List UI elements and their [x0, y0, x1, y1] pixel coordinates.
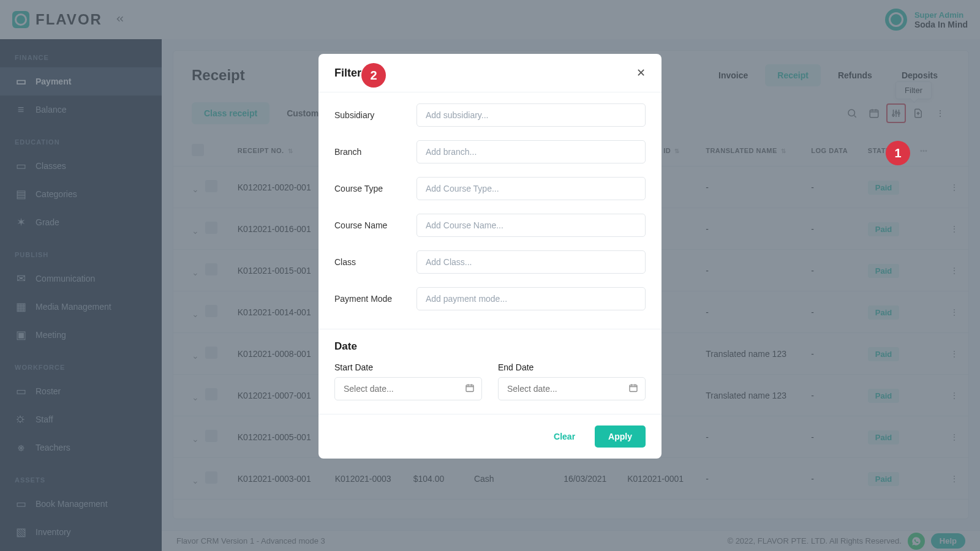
apply-button[interactable]: Apply: [595, 425, 646, 448]
course-name-input[interactable]: [417, 214, 646, 237]
modal-title: Filter: [334, 67, 361, 80]
date-section-title: Date: [318, 329, 662, 356]
field-label: Course Type: [334, 184, 417, 193]
filter-modal: Filter ✕ Subsidiary Branch Course Type C…: [318, 54, 662, 459]
annotation-callout-2: 2: [361, 63, 386, 88]
field-label: Course Name: [334, 220, 417, 230]
end-date-label: End Date: [498, 362, 646, 372]
svg-rect-5: [466, 385, 473, 392]
end-date-input[interactable]: [498, 377, 646, 400]
payment-mode-input[interactable]: [417, 287, 646, 310]
field-label: Class: [334, 257, 417, 267]
modal-overlay[interactable]: Filter ✕ Subsidiary Branch Course Type C…: [0, 0, 980, 551]
field-label: Payment Mode: [334, 294, 417, 304]
clear-button[interactable]: Clear: [543, 425, 586, 448]
annotation-callout-1: 1: [886, 141, 910, 165]
subsidiary-input[interactable]: [417, 103, 646, 127]
start-date-label: Start Date: [334, 362, 482, 372]
close-icon[interactable]: ✕: [636, 66, 646, 80]
field-label: Branch: [334, 147, 417, 157]
branch-input[interactable]: [417, 140, 646, 163]
start-date-input[interactable]: [334, 377, 482, 400]
calendar-icon: [628, 383, 638, 395]
calendar-icon: [465, 383, 475, 395]
svg-rect-6: [630, 385, 637, 392]
field-label: Subsidiary: [334, 110, 417, 120]
class-input[interactable]: [417, 250, 646, 274]
course-type-input[interactable]: [417, 177, 646, 200]
